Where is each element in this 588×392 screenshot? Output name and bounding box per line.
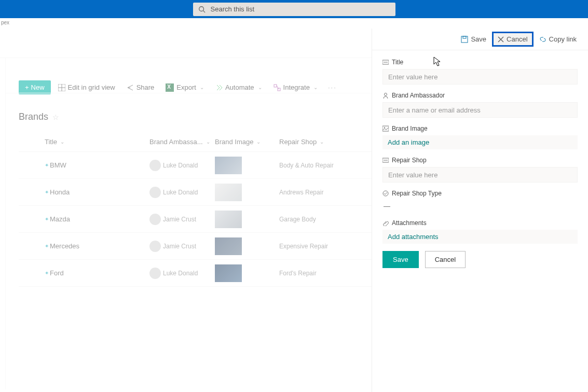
new-button[interactable]: + New [19, 80, 51, 94]
breadcrumb: pex [0, 18, 588, 29]
row-title: Ford [50, 269, 64, 277]
search-input[interactable]: Search this list [193, 3, 395, 16]
shop-input[interactable] [382, 167, 578, 183]
row-title: Honda [50, 188, 70, 196]
share-icon [127, 84, 134, 91]
new-item-icon: ✦ [45, 216, 49, 222]
choice-icon [382, 190, 389, 197]
row-shop: Garage Body [279, 216, 316, 223]
panel-cancel-button[interactable]: Cancel [494, 33, 531, 45]
automate-label: Automate [225, 83, 254, 91]
excel-icon [166, 83, 174, 92]
row-ambassador: Jamie Crust [163, 243, 196, 250]
svg-rect-9 [463, 36, 466, 38]
field-ambassador: Brand Ambassador [382, 92, 578, 118]
new-item-icon: ✦ [45, 162, 49, 168]
text-field-icon [382, 59, 389, 65]
avatar [149, 268, 161, 279]
row-image-thumbnail [215, 237, 242, 255]
automate-button[interactable]: Automate ⌄ [211, 81, 266, 93]
svg-point-0 [199, 6, 203, 11]
ambassador-input[interactable] [382, 102, 578, 118]
panel-footer-buttons: Save Cancel [382, 251, 578, 268]
field-title-label: Title [392, 59, 403, 66]
shop-type-value[interactable]: — [382, 200, 578, 212]
row-image-thumbnail [215, 211, 242, 228]
top-bar: Search this list [0, 0, 588, 18]
chevron-down-icon: ⌄ [206, 139, 210, 145]
avatar [149, 241, 161, 252]
flow-icon [215, 84, 223, 91]
more-actions-button[interactable]: ··· [325, 83, 340, 91]
new-button-label: New [31, 83, 45, 91]
new-item-icon: ✦ [45, 243, 49, 249]
chevron-down-icon: ⌄ [313, 85, 318, 90]
list-title: Brands [19, 111, 48, 122]
svg-point-16 [384, 127, 385, 128]
column-header-shop[interactable]: Repair Shop⌄ [279, 138, 362, 146]
title-input[interactable] [382, 69, 578, 85]
add-attachments-link[interactable]: Add attachments [382, 230, 578, 244]
field-shop-type: Repair Shop Type — [382, 190, 578, 212]
panel-save-label: Save [471, 35, 486, 43]
panel-save-button[interactable]: Save [457, 33, 490, 45]
svg-line-1 [203, 10, 205, 12]
search-icon [198, 6, 206, 13]
export-button[interactable]: Export ⌄ [161, 81, 208, 94]
column-header-image[interactable]: Brand Image⌄ [215, 138, 279, 146]
row-title: Mercedes [50, 242, 79, 250]
edit-grid-label: Edit in grid view [68, 83, 115, 91]
column-header-title[interactable]: Title⌄ [19, 138, 149, 146]
avatar [149, 214, 161, 225]
field-shop-type-label: Repair Shop Type [392, 190, 442, 197]
field-attachments-label: Attachments [392, 219, 427, 227]
chevron-down-icon: ⌄ [258, 85, 262, 90]
share-button[interactable]: Share [122, 81, 159, 93]
chevron-down-icon: ⌄ [320, 139, 324, 145]
panel-form: Title Brand Ambassador Brand Image Add a… [372, 50, 588, 268]
link-icon [539, 36, 546, 43]
row-title: Mazda [50, 215, 70, 223]
row-shop: Expensive Repair [279, 243, 328, 250]
save-button[interactable]: Save [382, 251, 419, 268]
breadcrumb-text: pex [1, 20, 9, 25]
chevron-down-icon: ⌄ [256, 139, 261, 145]
search-placeholder: Search this list [211, 5, 255, 13]
close-icon [498, 36, 504, 43]
cancel-button[interactable]: Cancel [425, 251, 466, 268]
save-icon [461, 36, 468, 43]
field-shop: Repair Shop [382, 157, 578, 183]
field-image: Brand Image Add an image [382, 125, 578, 149]
row-shop: Ford's Repair [279, 270, 317, 277]
integrate-label: Integrate [283, 83, 310, 91]
export-label: Export [176, 83, 196, 91]
row-shop: Body & Auto Repair [279, 162, 334, 169]
share-label: Share [136, 83, 155, 91]
image-icon [382, 125, 389, 132]
row-shop: Andrews Repair [279, 189, 323, 196]
list-toolbar: + New Edit in grid view Share Export ⌄ A… [19, 80, 340, 94]
edit-grid-button[interactable]: Edit in grid view [54, 81, 119, 93]
text-field-icon [382, 157, 389, 163]
chevron-down-icon: ⌄ [200, 85, 204, 90]
svg-rect-8 [461, 36, 468, 43]
row-ambassador: Luke Donald [163, 189, 198, 196]
row-image-thumbnail [215, 157, 242, 174]
add-image-link[interactable]: Add an image [382, 135, 578, 149]
row-ambassador: Jamie Crust [163, 216, 196, 223]
field-attachments: Attachments Add attachments [382, 219, 578, 244]
column-header-ambassador[interactable]: Brand Ambassa...⌄ [149, 138, 215, 146]
field-title: Title [382, 59, 578, 85]
plus-icon: + [25, 83, 29, 91]
new-item-icon: ✦ [45, 189, 49, 195]
field-shop-label: Repair Shop [392, 157, 427, 164]
panel-copylink-label: Copy link [549, 35, 577, 43]
panel-copylink-button[interactable]: Copy link [535, 33, 581, 45]
avatar [149, 187, 161, 198]
field-image-label: Brand Image [392, 125, 428, 132]
row-ambassador: Luke Donald [163, 162, 198, 169]
integrate-button[interactable]: Integrate ⌄ [269, 81, 322, 93]
grid-icon [58, 84, 65, 91]
row-image-thumbnail [215, 264, 242, 282]
favorite-star-icon[interactable]: ☆ [52, 113, 59, 121]
